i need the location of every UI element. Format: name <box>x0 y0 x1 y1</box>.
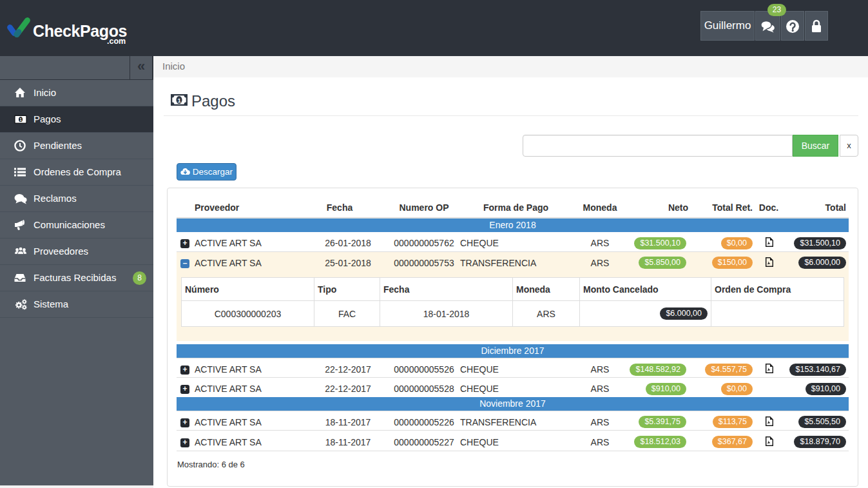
svg-text:1: 1 <box>19 117 22 122</box>
svg-text:1: 1 <box>178 97 182 104</box>
